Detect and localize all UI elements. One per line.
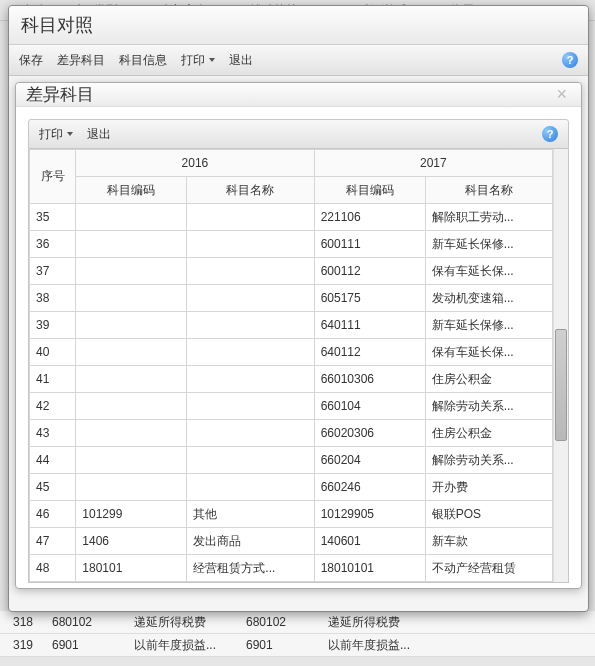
cell-code2: 605175 <box>314 285 425 312</box>
print-label: 打印 <box>39 126 63 143</box>
cell-name1 <box>187 393 314 420</box>
exit-button[interactable]: 退出 <box>87 126 111 143</box>
print-label: 打印 <box>181 52 205 69</box>
cell-name1 <box>187 231 314 258</box>
diff-subject-table: 序号 2016 2017 科目编码 科目名称 科目编码 科目名称 3522110… <box>29 149 553 582</box>
bg-cell-name2: 递延所得税费 <box>322 614 434 631</box>
cell-code2: 640111 <box>314 312 425 339</box>
cell-code1 <box>76 339 187 366</box>
table-row[interactable]: 39640111新车延长保修... <box>30 312 553 339</box>
cell-seq: 38 <box>30 285 76 312</box>
bg-cell-seq: 319 <box>0 638 46 652</box>
diff-subject-button[interactable]: 差异科目 <box>57 52 105 69</box>
cell-name1: 其他 <box>187 501 314 528</box>
cell-code2: 640112 <box>314 339 425 366</box>
cell-code1 <box>76 312 187 339</box>
cell-seq: 45 <box>30 474 76 501</box>
cell-name1 <box>187 258 314 285</box>
cell-seq: 43 <box>30 420 76 447</box>
cell-name1 <box>187 474 314 501</box>
bg-cell-name: 递延所得税费 <box>128 614 240 631</box>
col-name2-header: 科目名称 <box>425 177 552 204</box>
help-icon[interactable]: ? <box>542 126 558 142</box>
cell-name1 <box>187 447 314 474</box>
cell-code2: 600111 <box>314 231 425 258</box>
bg-table-row: 319 6901 以前年度损益... 6901 以前年度损益... <box>0 634 595 657</box>
cell-seq: 42 <box>30 393 76 420</box>
cell-seq: 40 <box>30 339 76 366</box>
cell-name1: 发出商品 <box>187 528 314 555</box>
print-button[interactable]: 打印 <box>39 126 73 143</box>
cell-name2: 新车款 <box>425 528 552 555</box>
cell-name1: 经营租赁方式... <box>187 555 314 582</box>
cell-code2: 66010306 <box>314 366 425 393</box>
help-icon[interactable]: ? <box>562 52 578 68</box>
save-button[interactable]: 保存 <box>19 52 43 69</box>
close-icon[interactable]: × <box>552 84 571 105</box>
cell-code1 <box>76 474 187 501</box>
table-row[interactable]: 4166010306住房公积金 <box>30 366 553 393</box>
outer-toolbar: 保存 差异科目 科目信息 打印 退出 ? <box>9 45 588 76</box>
cell-name1 <box>187 339 314 366</box>
bg-cell-code: 680102 <box>46 615 128 629</box>
cell-name1 <box>187 285 314 312</box>
table-row[interactable]: 36600111新车延长保修... <box>30 231 553 258</box>
cell-code2: 660246 <box>314 474 425 501</box>
cell-name2: 银联POS <box>425 501 552 528</box>
table-row[interactable]: 42660104解除劳动关系... <box>30 393 553 420</box>
table-row[interactable]: 44660204解除劳动关系... <box>30 447 553 474</box>
inner-dialog-titlebar: 差异科目 × <box>16 83 581 107</box>
grid-wrapper: 序号 2016 2017 科目编码 科目名称 科目编码 科目名称 3522110… <box>28 149 569 583</box>
cell-name2: 解除职工劳动... <box>425 204 552 231</box>
cell-code1 <box>76 420 187 447</box>
table-row[interactable]: 37600112保有车延长保... <box>30 258 553 285</box>
save-label: 保存 <box>19 52 43 69</box>
table-row[interactable]: 48180101经营租赁方式...18010101不动产经营租赁 <box>30 555 553 582</box>
cell-name1 <box>187 312 314 339</box>
cell-name2: 保有车延长保... <box>425 339 552 366</box>
inner-dialog-title: 差异科目 <box>26 83 94 106</box>
cell-name2: 开办费 <box>425 474 552 501</box>
scrollbar-thumb[interactable] <box>555 329 567 441</box>
col-code1-header: 科目编码 <box>76 177 187 204</box>
diff-label: 差异科目 <box>57 52 105 69</box>
bg-table-row: 318 680102 递延所得税费 680102 递延所得税费 <box>0 611 595 634</box>
table-row[interactable]: 4366020306住房公积金 <box>30 420 553 447</box>
cell-name2: 解除劳动关系... <box>425 447 552 474</box>
col-group-2017-header: 2017 <box>314 150 552 177</box>
table-row[interactable]: 471406发出商品140601新车款 <box>30 528 553 555</box>
bg-cell-code2: 6901 <box>240 638 322 652</box>
cell-code1 <box>76 285 187 312</box>
bg-cell-seq: 318 <box>0 615 46 629</box>
cell-code1: 180101 <box>76 555 187 582</box>
table-row[interactable]: 40640112保有车延长保... <box>30 339 553 366</box>
cell-name2: 新车延长保修... <box>425 312 552 339</box>
table-row[interactable]: 46101299其他10129905银联POS <box>30 501 553 528</box>
cell-code1 <box>76 231 187 258</box>
exit-button[interactable]: 退出 <box>229 52 253 69</box>
cell-name2: 发动机变速箱... <box>425 285 552 312</box>
cell-code1 <box>76 447 187 474</box>
cell-code2: 600112 <box>314 258 425 285</box>
table-row[interactable]: 38605175发动机变速箱... <box>30 285 553 312</box>
cell-seq: 36 <box>30 231 76 258</box>
table-row[interactable]: 35221106解除职工劳动... <box>30 204 553 231</box>
bg-cell-name: 以前年度损益... <box>128 637 240 654</box>
print-button[interactable]: 打印 <box>181 52 215 69</box>
cell-code1 <box>76 393 187 420</box>
table-row[interactable]: 45660246开办费 <box>30 474 553 501</box>
cell-name2: 不动产经营租赁 <box>425 555 552 582</box>
vertical-scrollbar[interactable] <box>553 149 568 582</box>
cell-code2: 140601 <box>314 528 425 555</box>
cell-code2: 660204 <box>314 447 425 474</box>
cell-name2: 解除劳动关系... <box>425 393 552 420</box>
cell-seq: 48 <box>30 555 76 582</box>
subject-info-button[interactable]: 科目信息 <box>119 52 167 69</box>
cell-code1 <box>76 204 187 231</box>
col-code2-header: 科目编码 <box>314 177 425 204</box>
cell-seq: 46 <box>30 501 76 528</box>
bg-cell-name2: 以前年度损益... <box>322 637 434 654</box>
cell-code1: 101299 <box>76 501 187 528</box>
cell-code2: 66020306 <box>314 420 425 447</box>
chevron-down-icon <box>209 58 215 62</box>
